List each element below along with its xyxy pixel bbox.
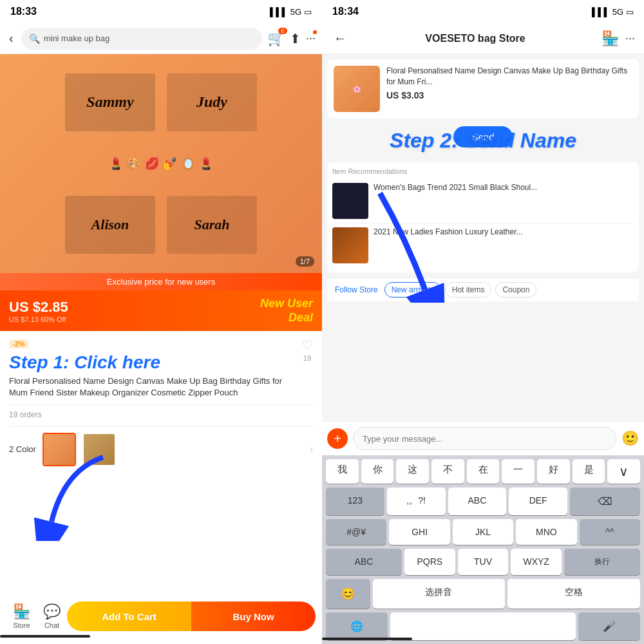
quick-key-more[interactable]: ∨ — [607, 459, 640, 484]
key-wxyz[interactable]: WXYZ — [511, 549, 562, 575]
status-time-right: 18:34 — [332, 6, 359, 17]
rec-name-2: 2021 New Ladies Fashion Luxury Leather..… — [374, 227, 634, 238]
add-to-cart-button[interactable]: Add To Cart — [67, 601, 191, 631]
product-image-bg: Sammy Judy 💄 🎨 💋 💅 🪞 💄 Alison — [0, 54, 322, 273]
emoji-button[interactable]: 🙂 — [621, 430, 639, 447]
more-button[interactable]: ··· — [306, 32, 316, 45]
search-text: mini make up bag — [44, 33, 110, 43]
send-button-container: Send — [327, 126, 639, 147]
key-123[interactable]: 123 — [326, 488, 384, 515]
key-jkl[interactable]: JKL — [453, 519, 513, 545]
heart-count: ♡ 19 — [301, 337, 313, 362]
status-bar-right: 18:34 ▌▌▌ 5G ▭ — [322, 0, 644, 23]
image-counter: 1/7 — [296, 256, 314, 267]
store-tabs: Follow Store New arrivals Hot items Coup… — [327, 278, 639, 301]
quick-key-ni[interactable]: 你 — [361, 459, 394, 484]
chat-nav-icon: 💬 — [43, 603, 61, 620]
more-icon-right[interactable]: ··· — [625, 32, 635, 45]
quick-key-shi[interactable]: 是 — [573, 459, 605, 484]
color-swatch-1[interactable] — [43, 433, 76, 466]
key-hash[interactable]: #@¥ — [326, 519, 386, 545]
heart-icon[interactable]: ♡ — [301, 337, 313, 353]
product-orders: 19 orders — [9, 404, 313, 419]
key-globe[interactable]: 🌐 — [326, 612, 388, 640]
price-block: US $2.85 US $7.13 60% Off — [9, 299, 68, 323]
bag-alison: Alison — [65, 196, 155, 254]
search-box[interactable]: 🔍 mini make up bag — [21, 28, 262, 50]
home-indicator-left — [0, 635, 90, 638]
home-indicator-right — [322, 638, 412, 640]
store-nav-item[interactable]: 🏪 Store — [6, 603, 37, 629]
product-image: Sammy Judy 💄 🎨 💋 💅 🪞 💄 Alison — [0, 54, 322, 273]
top-bar-right: ← VOESETO bag Store 🏪 ··· — [322, 23, 644, 54]
buy-now-button[interactable]: Buy Now — [191, 601, 316, 631]
quick-key-zhe[interactable]: 这 — [396, 459, 429, 484]
more-dot — [313, 30, 317, 34]
top-bar-left: ‹ 🔍 mini make up bag 🛒 6 ⬆ ··· — [0, 23, 322, 54]
quick-key-zai[interactable]: 在 — [467, 459, 500, 484]
color-label: 2 Color — [9, 444, 36, 454]
key-caret[interactable]: ^^ — [580, 519, 640, 545]
bottom-bar: 🏪 Store 💬 Chat Add To Cart Buy Now — [0, 601, 322, 631]
key-def[interactable]: DEF — [509, 488, 567, 515]
key-mic[interactable]: 🎤 — [578, 612, 640, 640]
store-nav-label: Store — [13, 621, 30, 629]
store-shop-icon[interactable]: 🏪 — [601, 30, 619, 47]
search-icon: 🔍 — [29, 33, 40, 44]
product-info-left: -2% Step 1: Click here Floral Personalis… — [9, 337, 301, 399]
key-space-bar[interactable] — [390, 612, 576, 640]
chat-area: Item Recommendations Women's Bags Trend … — [322, 157, 644, 421]
message-input[interactable] — [353, 427, 616, 450]
keyboard: 我 你 这 不 在 一 好 是 ∨ 123 ,。?! ABC DEF ⌫ #@¥… — [322, 455, 644, 644]
share-icon[interactable]: ⬆ — [290, 31, 301, 46]
follow-store-tab[interactable]: Follow Store — [332, 282, 381, 298]
chat-nav-item[interactable]: 💬 Chat — [37, 603, 67, 629]
key-space[interactable]: 空格 — [507, 579, 640, 609]
back-button-right[interactable]: ← — [331, 28, 349, 48]
send-button[interactable]: Send — [453, 126, 512, 147]
cart-badge: 6 — [278, 28, 287, 34]
recommendation-section: Item Recommendations Women's Bags Trend … — [327, 162, 639, 272]
product-card: 🌸 Floral Personalised Name Design Canvas… — [327, 59, 639, 118]
key-del[interactable]: ⌫ — [570, 488, 640, 515]
keyboard-row-5: 🌐 🎤 — [325, 612, 641, 640]
key-ghi[interactable]: GHI — [389, 519, 450, 545]
key-mno[interactable]: MNO — [516, 519, 576, 545]
quick-key-bu[interactable]: 不 — [431, 459, 464, 484]
rec-info-1: Women's Bags Trend 2021 Small Black Shou… — [374, 183, 634, 193]
key-emoji[interactable]: 😊 — [326, 579, 370, 609]
rec-thumb-2 — [332, 227, 368, 263]
network-type-right: 5G — [612, 7, 623, 17]
hot-items-tab[interactable]: Hot items — [445, 282, 492, 298]
new-arrivals-tab[interactable]: New arrivals — [384, 282, 441, 298]
color-arrow-icon: › — [310, 444, 313, 455]
key-pqrs[interactable]: PQRS — [404, 549, 455, 575]
quick-key-yi[interactable]: 一 — [502, 459, 535, 484]
status-icons-left: ▌▌▌ 5G ▭ — [270, 7, 312, 17]
key-punct[interactable]: ,。?! — [387, 488, 446, 515]
key-pinyin[interactable]: 选拼音 — [373, 579, 506, 609]
quick-key-wo[interactable]: 我 — [326, 459, 359, 484]
product-title: Floral Personalised Name Design Canvas M… — [9, 375, 301, 399]
status-bar-left: 18:33 ▌▌▌ 5G ▭ — [0, 0, 322, 23]
product-card-info: Floral Personalised Name Design Canvas M… — [386, 66, 632, 100]
rec-info-2: 2021 New Ladies Fashion Luxury Leather..… — [374, 227, 634, 238]
coupon-tab[interactable]: Coupon — [495, 282, 536, 298]
bag-sarah: Sarah — [167, 196, 257, 254]
product-thumb: 🌸 — [334, 66, 380, 112]
quick-key-hao[interactable]: 好 — [537, 459, 570, 484]
product-info-row: -2% Step 1: Click here Floral Personalis… — [9, 337, 313, 399]
cart-icon[interactable]: 🛒 6 — [267, 30, 285, 47]
key-abc2[interactable]: ABC — [326, 549, 402, 575]
key-return[interactable]: 换行 — [564, 549, 640, 575]
plus-button[interactable]: + — [327, 428, 348, 449]
keyboard-row-3: ABC PQRS TUV WXYZ 换行 — [325, 549, 641, 575]
key-abc[interactable]: ABC — [448, 488, 507, 515]
product-card-title: Floral Personalised Name Design Canvas M… — [386, 66, 632, 88]
key-tuv[interactable]: TUV — [458, 549, 509, 575]
color-swatch-2[interactable] — [82, 433, 116, 466]
back-button-left[interactable]: ‹ — [6, 28, 16, 48]
status-icons-right: ▌▌▌ 5G ▭ — [592, 7, 634, 17]
exclusive-banner: Exclusive price for new users — [0, 273, 322, 290]
right-panel: 18:34 ▌▌▌ 5G ▭ ← VOESETO bag Store 🏪 ···… — [322, 0, 644, 644]
